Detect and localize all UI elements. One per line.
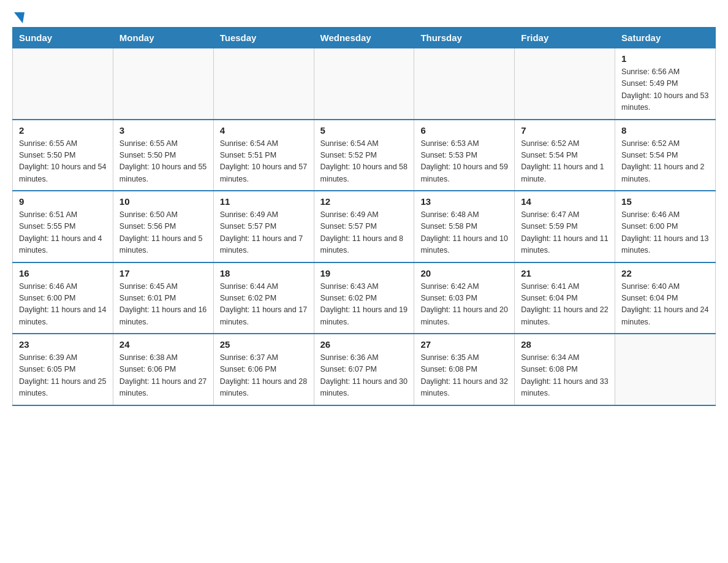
calendar-cell: 9Sunrise: 6:51 AMSunset: 5:55 PMDaylight… bbox=[13, 191, 113, 262]
calendar-cell: 14Sunrise: 6:47 AMSunset: 5:59 PMDayligh… bbox=[515, 191, 615, 262]
day-info: Sunrise: 6:35 AMSunset: 6:08 PMDaylight:… bbox=[420, 352, 508, 400]
day-info: Sunrise: 6:48 AMSunset: 5:58 PMDaylight:… bbox=[420, 209, 508, 257]
logo-triangle-icon bbox=[14, 12, 25, 23]
calendar-cell: 7Sunrise: 6:52 AMSunset: 5:54 PMDaylight… bbox=[515, 120, 615, 191]
day-info: Sunrise: 6:50 AMSunset: 5:56 PMDaylight:… bbox=[119, 209, 207, 257]
day-info: Sunrise: 6:55 AMSunset: 5:50 PMDaylight:… bbox=[119, 138, 207, 186]
calendar-cell: 6Sunrise: 6:53 AMSunset: 5:53 PMDaylight… bbox=[414, 120, 515, 191]
day-number: 21 bbox=[521, 268, 609, 278]
calendar-cell: 4Sunrise: 6:54 AMSunset: 5:51 PMDaylight… bbox=[213, 120, 314, 191]
day-number: 10 bbox=[119, 196, 207, 207]
day-info: Sunrise: 6:45 AMSunset: 6:01 PMDaylight:… bbox=[119, 281, 207, 329]
calendar-cell bbox=[13, 48, 113, 120]
day-number: 18 bbox=[220, 268, 308, 278]
calendar-cell: 17Sunrise: 6:45 AMSunset: 6:01 PMDayligh… bbox=[113, 262, 213, 334]
calendar-table: SundayMondayTuesdayWednesdayThursdayFrid… bbox=[12, 27, 716, 406]
day-number: 5 bbox=[320, 125, 408, 136]
calendar-cell: 21Sunrise: 6:41 AMSunset: 6:04 PMDayligh… bbox=[515, 262, 615, 334]
calendar-cell: 10Sunrise: 6:50 AMSunset: 5:56 PMDayligh… bbox=[113, 191, 213, 262]
calendar-cell bbox=[515, 48, 615, 120]
calendar-week-row: 16Sunrise: 6:46 AMSunset: 6:00 PMDayligh… bbox=[13, 262, 716, 334]
day-info: Sunrise: 6:46 AMSunset: 6:00 PMDaylight:… bbox=[621, 209, 709, 257]
day-number: 22 bbox=[621, 268, 709, 278]
calendar-week-row: 1Sunrise: 6:56 AMSunset: 5:49 PMDaylight… bbox=[13, 48, 716, 120]
calendar-cell: 27Sunrise: 6:35 AMSunset: 6:08 PMDayligh… bbox=[414, 334, 515, 405]
day-info: Sunrise: 6:47 AMSunset: 5:59 PMDaylight:… bbox=[521, 209, 609, 257]
day-number: 2 bbox=[19, 125, 107, 136]
calendar-cell bbox=[113, 48, 213, 120]
day-number: 4 bbox=[220, 125, 308, 136]
day-number: 16 bbox=[19, 268, 107, 278]
calendar-cell bbox=[615, 334, 716, 405]
day-number: 20 bbox=[420, 268, 508, 278]
day-info: Sunrise: 6:56 AMSunset: 5:49 PMDaylight:… bbox=[621, 66, 709, 114]
calendar-cell bbox=[414, 48, 515, 120]
day-info: Sunrise: 6:54 AMSunset: 5:51 PMDaylight:… bbox=[220, 138, 308, 186]
day-of-week-header: Wednesday bbox=[314, 28, 414, 48]
calendar-cell: 22Sunrise: 6:40 AMSunset: 6:04 PMDayligh… bbox=[615, 262, 716, 334]
calendar-cell: 24Sunrise: 6:38 AMSunset: 6:06 PMDayligh… bbox=[113, 334, 213, 405]
day-number: 9 bbox=[19, 196, 107, 207]
calendar-week-row: 23Sunrise: 6:39 AMSunset: 6:05 PMDayligh… bbox=[13, 334, 716, 405]
calendar-cell: 28Sunrise: 6:34 AMSunset: 6:08 PMDayligh… bbox=[515, 334, 615, 405]
day-number: 15 bbox=[621, 196, 709, 207]
day-info: Sunrise: 6:52 AMSunset: 5:54 PMDaylight:… bbox=[521, 138, 609, 186]
day-info: Sunrise: 6:49 AMSunset: 5:57 PMDaylight:… bbox=[320, 209, 408, 257]
calendar-cell: 3Sunrise: 6:55 AMSunset: 5:50 PMDaylight… bbox=[113, 120, 213, 191]
calendar-week-row: 2Sunrise: 6:55 AMSunset: 5:50 PMDaylight… bbox=[13, 120, 716, 191]
day-info: Sunrise: 6:40 AMSunset: 6:04 PMDaylight:… bbox=[621, 281, 709, 329]
day-number: 8 bbox=[621, 125, 709, 136]
day-info: Sunrise: 6:39 AMSunset: 6:05 PMDaylight:… bbox=[19, 352, 107, 400]
day-number: 6 bbox=[420, 125, 508, 136]
calendar-cell: 5Sunrise: 6:54 AMSunset: 5:52 PMDaylight… bbox=[314, 120, 414, 191]
logo bbox=[12, 12, 25, 21]
page-header bbox=[12, 12, 716, 21]
day-info: Sunrise: 6:44 AMSunset: 6:02 PMDaylight:… bbox=[220, 281, 308, 329]
day-number: 3 bbox=[119, 125, 207, 136]
day-of-week-header: Monday bbox=[113, 28, 213, 48]
calendar-cell: 26Sunrise: 6:36 AMSunset: 6:07 PMDayligh… bbox=[314, 334, 414, 405]
day-of-week-header: Friday bbox=[515, 28, 615, 48]
day-of-week-header: Sunday bbox=[13, 28, 113, 48]
day-number: 23 bbox=[19, 339, 107, 350]
day-info: Sunrise: 6:49 AMSunset: 5:57 PMDaylight:… bbox=[220, 209, 308, 257]
calendar-cell: 15Sunrise: 6:46 AMSunset: 6:00 PMDayligh… bbox=[615, 191, 716, 262]
calendar-cell: 2Sunrise: 6:55 AMSunset: 5:50 PMDaylight… bbox=[13, 120, 113, 191]
day-number: 13 bbox=[420, 196, 508, 207]
day-info: Sunrise: 6:37 AMSunset: 6:06 PMDaylight:… bbox=[220, 352, 308, 400]
day-info: Sunrise: 6:55 AMSunset: 5:50 PMDaylight:… bbox=[19, 138, 107, 186]
day-number: 26 bbox=[320, 339, 408, 350]
calendar-cell: 20Sunrise: 6:42 AMSunset: 6:03 PMDayligh… bbox=[414, 262, 515, 334]
calendar-cell: 25Sunrise: 6:37 AMSunset: 6:06 PMDayligh… bbox=[213, 334, 314, 405]
day-info: Sunrise: 6:38 AMSunset: 6:06 PMDaylight:… bbox=[119, 352, 207, 400]
day-number: 27 bbox=[420, 339, 508, 350]
day-number: 25 bbox=[220, 339, 308, 350]
day-info: Sunrise: 6:51 AMSunset: 5:55 PMDaylight:… bbox=[19, 209, 107, 257]
calendar-cell: 23Sunrise: 6:39 AMSunset: 6:05 PMDayligh… bbox=[13, 334, 113, 405]
day-number: 7 bbox=[521, 125, 609, 136]
day-number: 24 bbox=[119, 339, 207, 350]
calendar-header-row: SundayMondayTuesdayWednesdayThursdayFrid… bbox=[13, 28, 716, 48]
day-info: Sunrise: 6:36 AMSunset: 6:07 PMDaylight:… bbox=[320, 352, 408, 400]
day-number: 1 bbox=[621, 53, 709, 64]
day-info: Sunrise: 6:54 AMSunset: 5:52 PMDaylight:… bbox=[320, 138, 408, 186]
day-number: 28 bbox=[521, 339, 609, 350]
calendar-week-row: 9Sunrise: 6:51 AMSunset: 5:55 PMDaylight… bbox=[13, 191, 716, 262]
day-info: Sunrise: 6:34 AMSunset: 6:08 PMDaylight:… bbox=[521, 352, 609, 400]
day-of-week-header: Saturday bbox=[615, 28, 716, 48]
calendar-cell: 12Sunrise: 6:49 AMSunset: 5:57 PMDayligh… bbox=[314, 191, 414, 262]
calendar-cell: 16Sunrise: 6:46 AMSunset: 6:00 PMDayligh… bbox=[13, 262, 113, 334]
day-info: Sunrise: 6:41 AMSunset: 6:04 PMDaylight:… bbox=[521, 281, 609, 329]
day-info: Sunrise: 6:43 AMSunset: 6:02 PMDaylight:… bbox=[320, 281, 408, 329]
day-number: 17 bbox=[119, 268, 207, 278]
day-number: 11 bbox=[220, 196, 308, 207]
calendar-cell bbox=[314, 48, 414, 120]
calendar-cell: 1Sunrise: 6:56 AMSunset: 5:49 PMDaylight… bbox=[615, 48, 716, 120]
day-number: 19 bbox=[320, 268, 408, 278]
day-info: Sunrise: 6:46 AMSunset: 6:00 PMDaylight:… bbox=[19, 281, 107, 329]
day-number: 14 bbox=[521, 196, 609, 207]
calendar-cell: 11Sunrise: 6:49 AMSunset: 5:57 PMDayligh… bbox=[213, 191, 314, 262]
calendar-cell: 19Sunrise: 6:43 AMSunset: 6:02 PMDayligh… bbox=[314, 262, 414, 334]
day-info: Sunrise: 6:53 AMSunset: 5:53 PMDaylight:… bbox=[420, 138, 508, 186]
day-of-week-header: Thursday bbox=[414, 28, 515, 48]
